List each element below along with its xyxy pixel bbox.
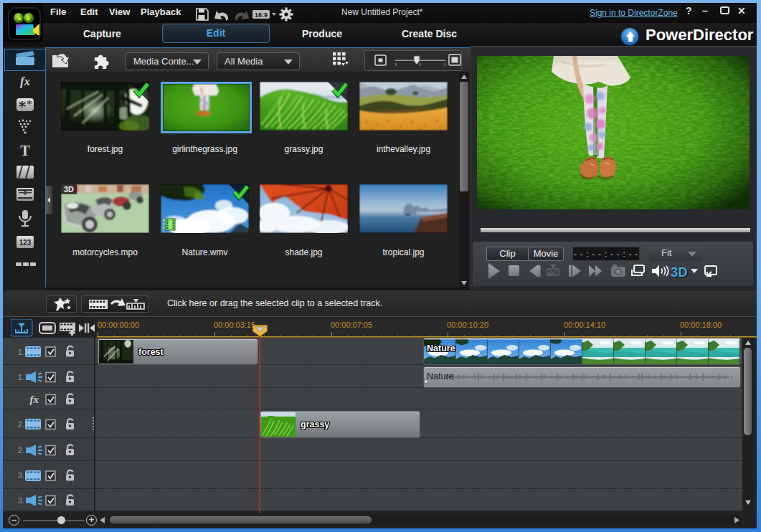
svg-text:3D: 3D [64, 185, 74, 194]
svg-text:16:9: 16:9 [255, 11, 268, 19]
svg-text:fx: fx [20, 75, 31, 88]
svg-text:3D: 3D [671, 265, 688, 280]
svg-text:T: T [20, 143, 30, 158]
svg-text:123: 123 [19, 239, 32, 247]
